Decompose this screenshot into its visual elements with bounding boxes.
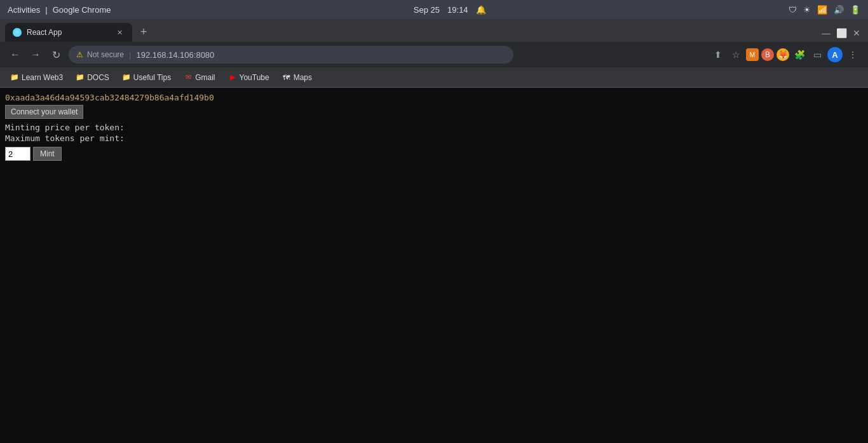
address-bar-input[interactable]: ⚠ Not secure | 192.168.14.106:8080 <box>69 46 513 64</box>
folder-icon: 📁 <box>76 73 85 82</box>
share-icon[interactable]: ⬆ <box>710 47 726 62</box>
maximize-button[interactable]: ⬜ <box>835 27 848 39</box>
bookmarks-bar: 📁 Learn Web3 📁 DOCS 📁 Useful Tips ✉ Gmai… <box>0 67 868 88</box>
not-secure-text: Not secure <box>87 50 124 59</box>
youtube-icon: ▶ <box>228 73 237 82</box>
metamask-extension-icon[interactable]: M <box>746 48 759 61</box>
browser-tab-react-app[interactable]: ⚛ React App ✕ <box>5 23 132 42</box>
back-button[interactable]: ← <box>8 47 23 62</box>
activities-label[interactable]: Activities <box>8 5 40 15</box>
brave-extension-icon[interactable]: B <box>761 48 774 61</box>
bookmark-maps-label: Maps <box>294 73 312 82</box>
os-browser-label: Google Chrome <box>53 5 111 15</box>
os-time: 19:14 <box>447 5 468 15</box>
os-date: Sep 25 <box>414 5 440 15</box>
os-shield-icon: 🛡 <box>789 5 797 15</box>
os-volume-icon: 🔊 <box>834 5 844 15</box>
tab-favicon: ⚛ <box>13 28 22 37</box>
bookmark-learn-web3[interactable]: 📁 Learn Web3 <box>5 71 68 85</box>
os-battery-icon: 🔋 <box>850 5 860 15</box>
folder-icon: 📁 <box>10 73 19 82</box>
chrome-menu-icon[interactable]: ⋮ <box>845 47 860 62</box>
bookmark-learn-web3-label: Learn Web3 <box>22 73 63 82</box>
addressbar-actions: ⬆ ☆ M B 🦊 🧩 ▭ A ⋮ <box>710 47 860 62</box>
os-topbar: Activities | Google Chrome Sep 25 19:14 … <box>0 0 868 19</box>
bookmark-docs-label: DOCS <box>87 73 109 82</box>
url-display: 192.168.14.106:8080 <box>136 50 214 60</box>
os-topbar-center: Sep 25 19:14 🔔 <box>414 5 486 15</box>
bookmark-maps[interactable]: 🗺 Maps <box>277 71 317 85</box>
gmail-icon: ✉ <box>184 73 193 82</box>
fox-extension-icon[interactable]: 🦊 <box>776 48 789 61</box>
close-window-button[interactable]: ✕ <box>850 27 863 39</box>
mint-quantity-input[interactable] <box>5 147 31 161</box>
bookmark-gmail[interactable]: ✉ Gmail <box>179 71 220 85</box>
minting-price-label: Minting price per token: <box>5 123 863 132</box>
tab-title: React App <box>27 28 109 37</box>
wallet-address-display: 0xaada3a46d4a94593cab32484279b86a4afd149… <box>5 93 863 102</box>
maps-icon: 🗺 <box>282 73 291 82</box>
address-separator: | <box>129 50 131 60</box>
bookmark-youtube-label: YouTube <box>240 73 269 82</box>
bookmark-useful-tips-label: Useful Tips <box>133 73 171 82</box>
new-tab-button[interactable]: + <box>135 23 153 41</box>
os-bell-icon: 🔔 <box>476 5 486 15</box>
chrome-addressbar: ← → ↻ ⚠ Not secure | 192.168.14.106:8080… <box>0 42 868 67</box>
bookmark-youtube[interactable]: ▶ YouTube <box>223 71 275 85</box>
sidebar-toggle-icon[interactable]: ▭ <box>810 47 825 62</box>
bookmark-useful-tips[interactable]: 📁 Useful Tips <box>117 71 176 85</box>
minimize-button[interactable]: — <box>820 27 832 39</box>
max-tokens-label: Maximum tokens per mint: <box>5 133 863 143</box>
mint-row: Mint <box>5 147 863 161</box>
connect-wallet-button[interactable]: Connect your wallet <box>5 105 83 119</box>
forward-button[interactable]: → <box>28 47 43 62</box>
bookmark-docs[interactable]: 📁 DOCS <box>71 71 114 85</box>
tab-close-button[interactable]: ✕ <box>114 27 125 37</box>
os-wifi-icon: 📶 <box>817 5 827 15</box>
window-controls: — ⬜ ✕ <box>820 27 868 42</box>
os-topbar-right: 🛡 ☀ 📶 🔊 🔋 <box>789 5 860 15</box>
bookmark-star-icon[interactable]: ☆ <box>728 47 743 62</box>
puzzle-extension-icon[interactable]: 🧩 <box>792 47 807 62</box>
reload-button[interactable]: ↻ <box>48 47 64 62</box>
chrome-titlebar: ⚛ React App ✕ + — ⬜ ✕ <box>0 19 868 42</box>
os-topbar-left: Activities | Google Chrome <box>8 5 111 15</box>
os-separator: | <box>45 5 47 15</box>
folder-icon: 📁 <box>122 73 131 82</box>
page-content: 0xaada3a46d4a94593cab32484279b86a4afd149… <box>0 88 868 443</box>
bookmark-gmail-label: Gmail <box>195 73 215 82</box>
security-warning-icon: ⚠ <box>76 50 83 59</box>
profile-avatar[interactable]: A <box>827 47 843 62</box>
mint-button[interactable]: Mint <box>33 147 62 161</box>
os-brightness-icon: ☀ <box>803 5 811 15</box>
